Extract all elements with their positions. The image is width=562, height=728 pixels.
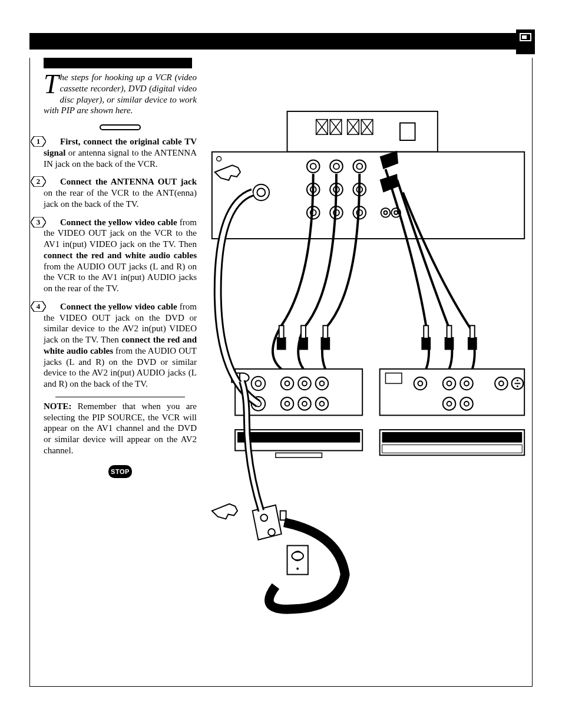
step-4: 4 Connect the yellow video cable from th… — [44, 301, 197, 390]
note-paragraph: NOTE: Remember that when you are selecti… — [44, 401, 197, 456]
svg-rect-56 — [421, 337, 431, 350]
svg-point-76 — [302, 401, 307, 406]
svg-point-100 — [517, 380, 518, 381]
svg-rect-50 — [277, 337, 286, 350]
intro-paragraph: T he steps for hooking up a VCR (video c… — [44, 72, 197, 116]
svg-point-28 — [333, 163, 339, 169]
svg-rect-104 — [382, 445, 523, 453]
sidebar-black-tab — [44, 58, 192, 68]
svg-rect-61 — [470, 325, 475, 338]
svg-point-91 — [464, 381, 469, 386]
divider-rounded — [100, 124, 141, 130]
step-2-text: Connect the ANTENNA OUT jack on the rear… — [44, 177, 197, 209]
svg-point-30 — [356, 163, 362, 169]
note-label: NOTE: — [44, 401, 72, 411]
pip-icon — [516, 29, 535, 54]
svg-rect-51 — [279, 325, 284, 338]
svg-point-112 — [292, 552, 303, 560]
svg-point-97 — [499, 381, 504, 386]
svg-rect-53 — [301, 325, 306, 338]
header-black-bar — [29, 33, 533, 50]
svg-point-111 — [296, 568, 299, 570]
stop-badge: STOP — [108, 465, 132, 478]
svg-point-26 — [310, 163, 316, 169]
svg-rect-57 — [424, 325, 428, 338]
step-number-2: 2 — [31, 176, 46, 187]
svg-point-68 — [285, 381, 290, 386]
note-rule — [55, 397, 185, 397]
svg-point-78 — [320, 401, 325, 406]
svg-rect-60 — [468, 337, 477, 350]
svg-marker-105 — [253, 505, 282, 540]
step-3-text: Connect the yellow video cable from the … — [44, 218, 197, 294]
svg-point-93 — [447, 401, 452, 406]
svg-point-89 — [447, 381, 452, 386]
step-3: 3 Connect the yellow video cable from th… — [44, 217, 197, 294]
wall-outlet — [287, 546, 308, 575]
svg-point-64 — [255, 381, 261, 387]
step-4-text: Connect the yellow video cable from the … — [44, 302, 197, 388]
svg-point-46 — [394, 211, 398, 215]
svg-point-49 — [217, 157, 222, 162]
svg-point-72 — [320, 381, 325, 386]
svg-rect-85 — [385, 373, 402, 384]
tv-back-panel — [212, 111, 524, 239]
svg-point-101 — [517, 386, 518, 387]
step-1: 1 First, connect the original cable TV s… — [44, 136, 197, 169]
svg-rect-59 — [447, 325, 452, 338]
wiring-diagram — [206, 83, 530, 684]
step-2: 2 Connect the ANTENNA OUT jack on the re… — [44, 176, 197, 209]
svg-rect-52 — [299, 337, 308, 350]
svg-text:2: 2 — [37, 177, 41, 186]
svg-rect-54 — [320, 337, 330, 350]
svg-text:4: 4 — [37, 302, 41, 311]
instruction-column: T he steps for hooking up a VCR (video c… — [44, 68, 197, 478]
svg-text:3: 3 — [37, 218, 41, 226]
step-number-1: 1 — [31, 136, 46, 147]
svg-rect-80 — [237, 432, 360, 443]
svg-rect-58 — [445, 337, 454, 350]
svg-point-24 — [257, 189, 265, 197]
svg-point-95 — [464, 401, 469, 406]
svg-point-106 — [260, 514, 267, 521]
svg-point-70 — [302, 381, 307, 386]
svg-point-107 — [268, 529, 275, 536]
step-1-text: First, connect the original cable TV sig… — [44, 137, 197, 169]
svg-text:1: 1 — [37, 137, 41, 146]
svg-rect-103 — [382, 432, 523, 443]
svg-rect-55 — [323, 325, 328, 338]
dvd-back-panel — [380, 369, 525, 455]
step-number-3: 3 — [31, 217, 46, 228]
svg-point-74 — [285, 401, 290, 406]
svg-rect-21 — [400, 123, 415, 140]
vcr-back-panel — [235, 369, 362, 457]
intro-text: he steps for hooking up a VCR (video cas… — [44, 73, 197, 115]
svg-point-87 — [418, 381, 422, 386]
svg-rect-81 — [276, 453, 322, 457]
pointer-hand-icon-2 — [212, 504, 237, 519]
svg-point-44 — [384, 211, 388, 215]
step-number-4: 4 — [31, 301, 46, 312]
intro-dropcap: T — [44, 72, 60, 94]
